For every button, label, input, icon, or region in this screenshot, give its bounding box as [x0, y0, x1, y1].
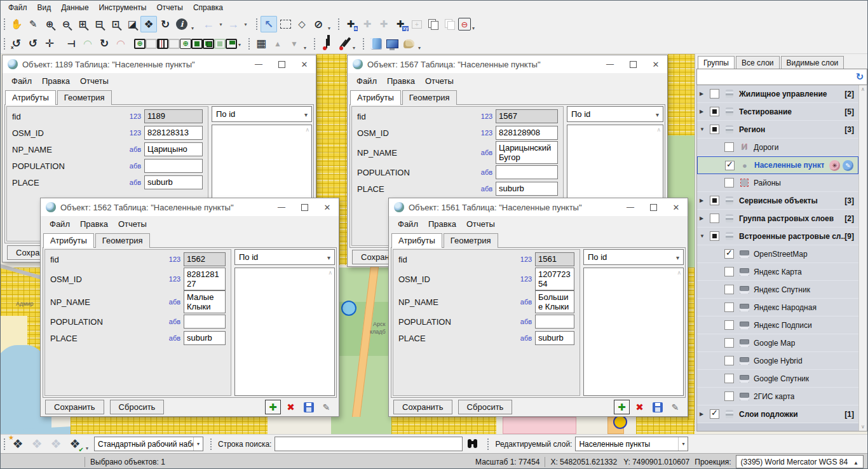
close-icon[interactable] — [665, 198, 688, 216]
layer-tree-row[interactable]: ▼ Регион [3] — [697, 121, 858, 139]
dialog-titlebar[interactable]: Объект: 1562 Таблица: "Населенные пункты… — [41, 198, 339, 216]
expander-icon[interactable]: ▼ — [700, 126, 709, 132]
dialog-menu-item[interactable]: Правка — [423, 217, 461, 231]
attribute-value-input[interactable] — [144, 159, 203, 173]
layer-tree-row[interactable]: Яндекс Карта — [697, 263, 858, 281]
overflow-icon[interactable]: ▾ — [191, 25, 194, 31]
overflow-icon[interactable]: ▾ — [328, 25, 330, 31]
toolbar-grip[interactable] — [248, 37, 251, 50]
dialog-titlebar[interactable]: Объект: 1189 Таблица: "Населенные пункты… — [3, 55, 316, 73]
layers-panel-tab[interactable]: Видимые слои — [781, 56, 844, 69]
attribute-value-input[interactable]: suburb — [144, 175, 203, 189]
attribute-value-input[interactable]: 120772354 — [535, 268, 574, 290]
layer-style-icon[interactable] — [829, 160, 840, 171]
layer-edit-icon[interactable] — [843, 160, 853, 171]
toolbar-grip[interactable] — [487, 438, 490, 451]
back-dropdown-icon[interactable]: ▾ — [217, 16, 225, 32]
rotate-left-icon[interactable]: ↺ — [8, 36, 25, 52]
split-icon[interactable] — [168, 39, 180, 49]
layer-tree-row[interactable]: ▶ Жилищное управление [2] — [697, 85, 858, 103]
layer-checkbox[interactable] — [724, 267, 734, 276]
attribute-value-input[interactable]: 1561 — [535, 252, 574, 266]
select-rectangle-icon[interactable] — [277, 16, 294, 32]
copy-object-icon[interactable] — [425, 16, 442, 32]
layer-tree-row[interactable]: Google Map — [697, 334, 858, 352]
close-icon[interactable] — [316, 198, 339, 216]
toolbar-grip[interactable] — [3, 37, 6, 50]
tree-scrollbar[interactable]: ∧∨ — [858, 85, 867, 431]
layer-tree-row[interactable]: ▶ Слои подложки [1] — [697, 405, 858, 423]
info-icon[interactable] — [173, 16, 190, 32]
move-up-icon[interactable]: ▲ — [269, 36, 286, 52]
minimize-icon[interactable] — [619, 198, 642, 216]
overflow-icon[interactable]: ▾ — [86, 445, 88, 451]
zoom-out-icon[interactable]: ⊖ — [58, 16, 74, 32]
dialog-menu-item[interactable]: Отчеты — [75, 74, 114, 88]
related-listbox[interactable] — [583, 268, 684, 396]
extend-line-icon[interactable]: ⊣ — [63, 36, 79, 52]
reset-button[interactable]: Сбросить — [110, 400, 165, 414]
dialog-menu-item[interactable]: Правка — [382, 74, 420, 88]
zoom-in-window-icon[interactable]: ⊞ — [74, 16, 91, 32]
attribute-value-input[interactable]: suburb — [496, 182, 558, 196]
layer-checkbox[interactable] — [710, 231, 719, 241]
dialog-menu-item[interactable]: Отчеты — [420, 74, 459, 88]
toolbar-grip[interactable] — [210, 438, 213, 451]
filter-dropdown[interactable]: По id — [567, 106, 663, 122]
refresh-icon[interactable] — [853, 71, 867, 83]
toolbar-grip[interactable] — [255, 18, 259, 31]
save-record-icon[interactable] — [649, 400, 665, 414]
overflow-icon[interactable]: ▾ — [418, 45, 421, 51]
attribute-table-icon[interactable]: ▦ — [253, 36, 269, 52]
layer-checkbox[interactable] — [725, 161, 735, 170]
scroll-down-icon[interactable]: ∨ — [861, 424, 865, 430]
attribute-value-input[interactable]: Большие Клыки — [535, 290, 574, 313]
layer-checkbox[interactable] — [724, 142, 734, 152]
zoom-in-icon[interactable]: ⊕ — [41, 16, 58, 32]
toolbar-grip[interactable] — [3, 438, 6, 451]
remove-arc-icon[interactable]: ◠ — [112, 36, 129, 52]
forward-icon[interactable]: → — [225, 16, 241, 32]
overlay-top-icon[interactable] — [226, 39, 237, 49]
move-object-icon[interactable]: ✛ — [41, 36, 58, 52]
dialog-tab[interactable]: Атрибуты — [5, 90, 56, 105]
expander-icon[interactable]: ▶ — [700, 109, 709, 114]
add-record-icon[interactable] — [265, 400, 281, 414]
delete-object-icon[interactable]: ⊖ — [458, 18, 471, 31]
layer-checkbox[interactable] — [724, 320, 734, 330]
layer-tree-row[interactable]: ▼ Встроенные растровые сл... [9] — [697, 228, 858, 245]
dialog-tab[interactable]: Атрибуты — [43, 233, 94, 248]
maximize-icon[interactable] — [270, 55, 293, 73]
columns-icon[interactable] — [157, 39, 168, 49]
edit-record-icon[interactable] — [667, 400, 683, 414]
overflow-icon[interactable]: ▾ — [353, 45, 355, 51]
overlay-one-icon[interactable] — [191, 39, 203, 49]
window-add-icon[interactable]: ⊕ — [180, 39, 191, 49]
workset-import-icon[interactable]: ❖ — [27, 435, 46, 452]
snap-start-icon[interactable] — [318, 36, 335, 52]
snap-end-icon[interactable] — [335, 36, 351, 52]
layer-checkbox[interactable] — [710, 214, 719, 223]
frame-paste-icon[interactable] — [146, 39, 157, 49]
attribute-value-input[interactable]: 1189 — [144, 109, 203, 123]
attribute-value-input[interactable]: 828128313 — [144, 126, 203, 140]
projection-dropdown[interactable]: (3395) World Mercator WGS 84 — [736, 455, 864, 468]
rotate-right-icon[interactable]: ↺ — [25, 36, 41, 52]
expander-icon[interactable]: ▶ — [700, 411, 709, 417]
dialog-menu-item[interactable]: Файл — [351, 74, 382, 88]
menu-item[interactable]: Файл — [3, 1, 32, 14]
layers-visibility-icon[interactable]: ❖ — [140, 16, 157, 32]
layer-checkbox[interactable] — [724, 374, 734, 383]
dialog-tab[interactable]: Атрибуты — [391, 233, 442, 248]
dialog-tab[interactable]: Геометрия — [95, 233, 150, 248]
delete-record-icon[interactable] — [283, 400, 299, 414]
select-none-icon[interactable]: ⊘ — [310, 16, 327, 32]
layer-checkbox[interactable] — [710, 125, 719, 134]
menu-item[interactable]: Данные — [56, 1, 93, 14]
layer-tree-row[interactable]: ▶ Тестирование [5] — [697, 103, 858, 121]
add-rect-object-icon[interactable] — [409, 16, 425, 32]
layers-search-input[interactable] — [697, 71, 853, 83]
refresh-map-icon[interactable]: ↻ — [157, 16, 173, 32]
workset-new-icon[interactable]: ❖ — [8, 435, 27, 452]
select-arrow-icon[interactable]: ↖ — [261, 16, 277, 32]
